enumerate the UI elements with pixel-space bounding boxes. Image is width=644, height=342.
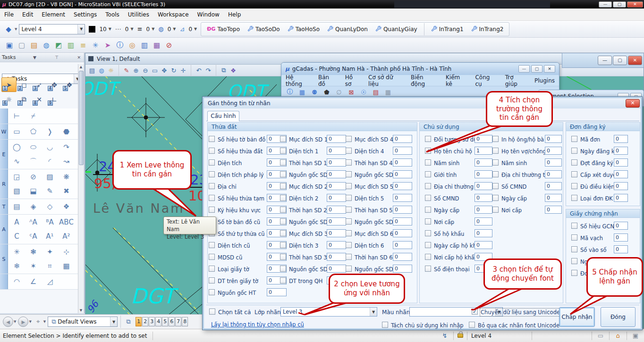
taohoso-button[interactable]: TaoHoSo	[284, 23, 323, 35]
task-group-tab[interactable]: T	[0, 199, 8, 214]
menu-item[interactable]: Help	[224, 9, 245, 20]
field-checkbox[interactable]	[209, 195, 215, 201]
gcadas-menu-item[interactable]: Công cụ	[471, 73, 500, 89]
saved-views-icon[interactable]: ▥	[65, 40, 76, 51]
layers-delete-icon[interactable]: ⊠	[347, 87, 356, 97]
field-value-input[interactable]	[614, 245, 628, 253]
field-value-input[interactable]	[393, 265, 412, 273]
update-view-icon[interactable]: ✎	[122, 66, 131, 75]
field-checkbox[interactable]	[280, 195, 286, 201]
field-checkbox[interactable]	[492, 195, 499, 201]
quick-tool-2[interactable]: ◻2	[17, 77, 32, 92]
chevron-down-icon[interactable]: ▼	[14, 320, 16, 324]
workmode-home-icon[interactable]: ⌂	[613, 331, 623, 341]
task-tool-icon[interactable]: ▧	[8, 184, 25, 198]
field-checkbox[interactable]	[571, 136, 577, 142]
panels-icon[interactable]: ▥	[139, 40, 150, 51]
task-tool-icon[interactable]: ✳	[8, 245, 25, 259]
tasks-scrollbar[interactable]: ▲ ▼	[78, 64, 84, 313]
view-number-button[interactable]: 1	[136, 317, 142, 326]
task-tool-icon[interactable]: ᴮA	[42, 215, 58, 229]
view-number-button[interactable]: 7	[175, 317, 181, 326]
chevron-down-icon[interactable]: ▼	[130, 27, 133, 31]
chevron-down-icon[interactable]: ▼	[43, 320, 46, 324]
field-value-input[interactable]	[393, 229, 412, 237]
field-checkbox[interactable]	[280, 254, 286, 260]
field-checkbox[interactable]	[571, 171, 577, 177]
reload-options-link[interactable]: Lấy lại thông tin tùy chọn nhập cũ	[211, 321, 304, 328]
task-tool-icon[interactable]: ◠	[8, 275, 25, 289]
selection-set-icon[interactable]: ▭	[596, 331, 605, 341]
quick-tool-7[interactable]: ⧉7	[17, 92, 32, 107]
sheet-delete-icon[interactable]: ▤	[371, 87, 381, 97]
field-value-input[interactable]	[475, 229, 492, 237]
zoom-out-icon[interactable]: ⊖	[141, 66, 150, 75]
field-checkbox[interactable]	[346, 159, 352, 166]
rotate-view-icon[interactable]: ↻	[169, 66, 178, 75]
minimize-button[interactable]: —	[599, 1, 612, 8]
references-icon[interactable]: ▤	[28, 40, 40, 51]
field-checkbox[interactable]	[492, 171, 499, 177]
field-checkbox[interactable]	[346, 242, 352, 248]
field-checkbox[interactable]	[571, 270, 577, 276]
field-checkbox[interactable]	[425, 136, 431, 142]
quanlydon-button[interactable]: QuanLyDon	[323, 23, 372, 35]
task-tool-icon[interactable]: ABC	[58, 215, 75, 229]
chevron-down-icon[interactable]: ▼	[15, 27, 17, 31]
chevron-down-icon[interactable]: ▼	[29, 320, 31, 324]
gcadas-menu-item[interactable]: Cơ sở dữ liệu	[364, 73, 407, 89]
view-group-combo[interactable]: ⧉ Default Views ▼	[48, 317, 118, 327]
field-value-input[interactable]	[327, 206, 346, 214]
view-number-button[interactable]: 3	[149, 317, 155, 326]
zoom-in-icon[interactable]: ⊕	[131, 66, 141, 75]
task-tool-icon[interactable]: ❃	[25, 245, 42, 259]
field-value-input[interactable]	[327, 135, 346, 143]
gcadas-menu-item[interactable]: Hồ sơ	[341, 73, 364, 89]
menu-item[interactable]: Window	[193, 9, 224, 20]
field-value-input[interactable]	[327, 158, 346, 167]
grid-icon[interactable]: ▦	[383, 87, 393, 97]
view-number-button[interactable]: 4	[155, 317, 161, 326]
task-tool-icon[interactable]: ◇	[42, 200, 58, 214]
tasks-panel-header[interactable]: Tasks ▼ ⊤ ✕	[0, 53, 84, 62]
task-tool-icon[interactable]: ↷	[58, 140, 75, 154]
accept-button[interactable]: Chấp nhận	[559, 307, 595, 327]
unicode-checkbox[interactable]: ✓	[472, 309, 478, 315]
task-tool-icon[interactable]: ✦	[42, 245, 58, 259]
task-tool-icon[interactable]: ᴬA	[25, 215, 42, 229]
field-checkbox[interactable]	[571, 223, 577, 229]
field-checkbox[interactable]	[280, 136, 286, 142]
task-tool-icon[interactable]: ◯	[8, 140, 25, 154]
field-value-input[interactable]	[267, 288, 287, 296]
task-tool-icon[interactable]: ▦	[58, 259, 75, 273]
view-number-button[interactable]: 8	[182, 317, 188, 326]
field-checkbox[interactable]	[346, 218, 352, 225]
quick-tool-4[interactable]: ✥4	[47, 77, 62, 92]
quick-tool-8[interactable]: ✕8	[32, 92, 47, 107]
active-level-status[interactable]: Level 4	[471, 333, 528, 339]
field-checkbox[interactable]	[346, 148, 352, 154]
chevron-down-icon[interactable]: ▼	[110, 317, 117, 326]
gcadas-menu-item[interactable]: Plugins	[530, 76, 559, 85]
field-checkbox[interactable]	[425, 218, 431, 225]
field-checkbox[interactable]	[425, 195, 431, 201]
tab-cau-hinh[interactable]: Cấu hình	[207, 111, 239, 121]
select-all-checkbox[interactable]	[209, 309, 215, 315]
task-tool-icon[interactable]: ▤	[8, 200, 25, 214]
task-tool-icon[interactable]: ◈	[25, 200, 42, 214]
parcel-icon[interactable]: ⬟	[322, 87, 331, 97]
field-value-input[interactable]	[475, 135, 492, 143]
field-value-input[interactable]	[475, 158, 492, 167]
disable-icon[interactable]: ⊘	[163, 40, 175, 51]
info-icon[interactable]: ⓘ	[285, 87, 295, 97]
intrang1-button[interactable]: InTrang1	[427, 23, 467, 35]
field-checkbox[interactable]	[280, 207, 286, 213]
maximize-button[interactable]: ▢	[613, 56, 627, 65]
field-checkbox[interactable]	[346, 254, 352, 260]
task-tool-icon[interactable]: C	[8, 229, 25, 243]
task-tool-icon[interactable]: ◡	[42, 140, 58, 154]
chevron-down-icon[interactable]: ▼	[32, 55, 38, 60]
field-value-input[interactable]	[327, 241, 346, 249]
view-number-button[interactable]: 5	[162, 317, 168, 326]
field-value-input[interactable]	[327, 147, 346, 155]
